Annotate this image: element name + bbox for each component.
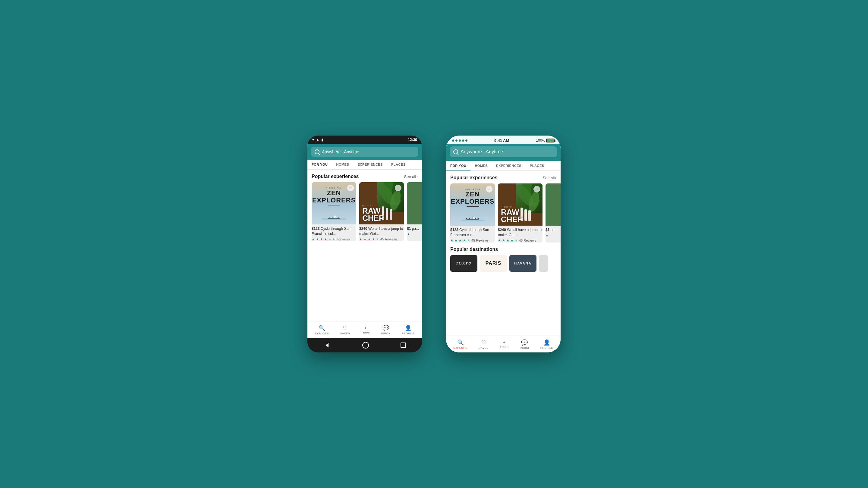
android-tab-bar: FOR YOU HOMES EXPERIENCES PLACES xyxy=(307,160,422,170)
android-tab-saved[interactable]: ♡ SAVED xyxy=(340,325,350,335)
zen-card-image: NICKI & PAM ZENEXPLORERS xyxy=(312,182,356,224)
ios-zen-reviews: 45 Reviews xyxy=(471,238,489,242)
ios-zen-host-label: NICKI & PAM xyxy=(465,188,480,190)
ios-see-all[interactable]: See all › xyxy=(543,175,556,180)
ios-section-title: Popular experiences xyxy=(450,175,498,181)
ios-section-header: Popular experiences See all › xyxy=(446,171,561,184)
ios-search-bar[interactable]: Anywhere · Anytime xyxy=(450,147,557,157)
svg-point-3 xyxy=(328,217,328,218)
raw-chef-title: RAWCHEF xyxy=(362,207,384,222)
raw-chef-price: $240 We all have a jump to make. Get... xyxy=(359,226,404,236)
android-experiences-row: NICKI & PAM ZENEXPLORERS xyxy=(307,182,422,246)
star-4: ★ xyxy=(324,237,327,241)
ios-raw-chef-reviews: 45 Reviews xyxy=(519,238,536,242)
tab-places[interactable]: PLACES xyxy=(387,160,410,169)
zen-stars: ★ ★ ★ ★ ★ 45 Reviews xyxy=(312,237,356,241)
android-tab-inbox[interactable]: 💬 INBOX xyxy=(381,325,391,335)
android-search-bar[interactable]: Anywhere · Anytime xyxy=(311,147,418,157)
tokyo-label: TOKYO xyxy=(450,255,477,272)
ios-explore-icon: 🔍 xyxy=(457,339,464,346)
tab-homes[interactable]: HOMES xyxy=(332,160,353,169)
ios-search-wrapper: Anywhere · Anytime xyxy=(446,144,561,161)
ios-raw-chef-info: $240 We all have a jump to make. Get... … xyxy=(498,226,542,242)
android-back-button[interactable] xyxy=(323,341,331,349)
svg-point-5 xyxy=(331,217,331,218)
raw-chef-card-image: NICOLAS RAWCHEF ♡ xyxy=(359,182,404,224)
ios-destinations-row: TOKYO PARIS HAVANA xyxy=(450,255,556,272)
partial-card-image xyxy=(407,182,422,224)
star-2: ★ xyxy=(364,237,367,241)
star-5: ★ xyxy=(329,237,332,241)
zen-title: ZENEXPLORERS xyxy=(312,190,356,204)
ios-zen-title: ZENEXPLORERS xyxy=(451,191,495,205)
ios-dot-1 xyxy=(452,139,454,141)
svg-rect-15 xyxy=(386,208,388,220)
ios-trips-icon: ✦ xyxy=(502,340,506,345)
raw-chef-reviews: 45 Reviews xyxy=(380,237,398,241)
experience-card-zen[interactable]: NICKI & PAM ZENEXPLORERS xyxy=(312,182,356,241)
svg-rect-33 xyxy=(524,209,527,221)
ios-tab-homes[interactable]: HOMES xyxy=(470,161,492,170)
destination-card-partial xyxy=(539,255,548,272)
star-1: ★ xyxy=(359,237,362,241)
ios-time: 9:41 AM xyxy=(494,138,509,143)
tab-experiences[interactable]: EXPERIENCES xyxy=(353,160,387,169)
zen-price: $123 Cycle through San Francisco cul... xyxy=(312,226,356,236)
ios-dot-4 xyxy=(462,139,464,141)
zen-heart-icon[interactable]: ♡ xyxy=(347,185,354,191)
android-app-content: Anywhere · Anytime FOR YOU HOMES EXPERIE… xyxy=(307,144,422,338)
ios-experience-card-zen[interactable]: NICKI & PAM ZENEXPLORERS xyxy=(450,184,495,242)
ios-zen-heart-icon[interactable]: ♡ xyxy=(486,186,493,193)
ios-phone: 9:41 AM 100% Anywhere · Anytime FOR YOU … xyxy=(446,135,561,352)
android-home-button[interactable] xyxy=(362,342,369,349)
star-4: ★ xyxy=(372,237,375,241)
raw-chef-info: $240 We all have a jump to make. Get... … xyxy=(359,224,404,241)
paris-label: PARIS xyxy=(480,255,507,272)
ios-tab-profile[interactable]: 👤 PROFILE xyxy=(540,339,553,350)
ios-tab-inbox[interactable]: 💬 INBOX xyxy=(520,339,529,350)
svg-point-8 xyxy=(338,217,339,218)
star-3: ★ xyxy=(320,237,323,241)
ios-tab-experiences[interactable]: EXPERIENCES xyxy=(492,161,526,170)
android-recents-button[interactable] xyxy=(401,343,406,348)
ios-zen-card-image: NICKI & PAM ZENEXPLORERS xyxy=(450,184,495,226)
android-tab-profile[interactable]: 👤 PROFILE xyxy=(402,325,415,335)
ios-tab-for-you[interactable]: FOR YOU xyxy=(446,161,470,170)
ios-zen-card-info: $123 Cycle through San Francisco cul... … xyxy=(450,226,495,242)
ios-raw-chef-heart-icon[interactable]: ♡ xyxy=(533,186,540,193)
svg-point-24 xyxy=(471,218,471,219)
ios-zen-stars: ★ ★ ★ ★ ★ 45 Reviews xyxy=(450,238,495,242)
raw-chef-heart-icon[interactable]: ♡ xyxy=(395,185,401,191)
ios-experiences-row: NICKI & PAM ZENEXPLORERS xyxy=(446,184,561,247)
ios-experience-card-raw-chef[interactable]: NICOLAS RAWCHEF ♡ $240 We all have a jum… xyxy=(498,184,542,242)
svg-point-26 xyxy=(477,218,477,219)
search-icon xyxy=(315,150,319,154)
ios-tab-saved[interactable]: ♡ SAVED xyxy=(478,339,489,350)
destination-card-havana[interactable]: HAVANA xyxy=(509,255,536,272)
svg-point-6 xyxy=(332,217,333,218)
star-5: ★ xyxy=(376,237,379,241)
android-main-content: Popular experiences See all › NICKI & PA… xyxy=(307,170,422,338)
ios-main-content: Popular experiences See all › NICKI & PA… xyxy=(446,171,561,335)
svg-point-4 xyxy=(329,217,330,218)
android-tab-explore[interactable]: 🔍 EXPLORE xyxy=(315,325,329,335)
svg-point-7 xyxy=(337,217,337,218)
ios-experience-card-partial: $1 pa... ★ xyxy=(546,184,561,242)
ios-zen-price: $123 Cycle through San Francisco cul... xyxy=(450,227,495,238)
ios-destinations-title: Popular destinations xyxy=(450,247,556,252)
ios-tab-places[interactable]: PLACES xyxy=(526,161,549,170)
destination-card-tokyo[interactable]: TOKYO xyxy=(450,255,477,272)
android-section-header: Popular experiences See all › xyxy=(307,170,422,182)
ios-saved-icon: ♡ xyxy=(481,339,486,346)
ios-inbox-icon: 💬 xyxy=(521,339,528,346)
destination-card-paris[interactable]: PARIS xyxy=(480,255,507,272)
tab-for-you[interactable]: FOR YOU xyxy=(307,160,332,169)
ios-dot-2 xyxy=(456,139,458,141)
android-tab-trips[interactable]: ✦ TRIPS xyxy=(361,326,370,334)
android-search-wrapper: Anywhere · Anytime xyxy=(307,144,422,160)
ios-tab-explore[interactable]: 🔍 EXPLORE xyxy=(454,339,468,350)
experience-card-raw-chef[interactable]: NICOLAS RAWCHEF ♡ $240 We all have a jum… xyxy=(359,182,404,241)
android-see-all[interactable]: See all › xyxy=(404,174,418,179)
explore-icon: 🔍 xyxy=(318,325,325,331)
ios-tab-trips[interactable]: ✦ TRIPS xyxy=(500,340,508,349)
